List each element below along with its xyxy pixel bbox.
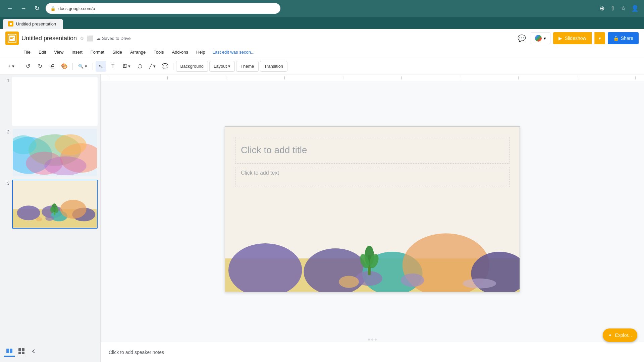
menu-arrange[interactable]: Arrange	[127, 48, 149, 56]
meet-button[interactable]: ▾	[531, 32, 550, 44]
share-page-icon[interactable]: ⇧	[610, 5, 615, 12]
svg-rect-1	[10, 23, 12, 25]
filmstrip-icon	[6, 348, 13, 354]
svg-rect-30	[22, 348, 24, 351]
bookmark-icon[interactable]: ☆	[621, 5, 626, 12]
title-placeholder-text: Click to add title	[241, 145, 307, 156]
text-tool-button[interactable]: T	[108, 61, 118, 72]
star-button[interactable]: ☆	[79, 35, 84, 42]
plus-icon: +	[8, 64, 11, 69]
slide-item-3[interactable]: 3	[3, 180, 98, 228]
ruler-mark: |	[167, 76, 168, 79]
slideshow-dropdown-button[interactable]: ▾	[594, 32, 605, 44]
slide-canvas-area: Click to add title Click to add text	[101, 81, 644, 337]
title-placeholder[interactable]: Click to add title	[235, 137, 509, 164]
image-button[interactable]: 🖼 ▾	[120, 61, 133, 72]
slideshow-button[interactable]: ▶ Slideshow	[553, 32, 592, 44]
svg-point-25	[50, 207, 54, 213]
image-icon: 🖼	[122, 64, 127, 69]
slide-number-1: 1	[3, 77, 9, 83]
line-button[interactable]: ╱ ▾	[147, 61, 158, 72]
grid-icon	[18, 348, 25, 355]
ruler-mark: |	[401, 76, 402, 79]
print-button[interactable]: 🖨	[47, 61, 58, 72]
app-header-top: Untitled presentation ☆ ⬜ ☁ Saved to Dri…	[0, 29, 644, 46]
select-tool-button[interactable]: ↖	[96, 61, 106, 72]
shapes-button[interactable]: ⬡	[135, 61, 145, 72]
menu-view[interactable]: View	[51, 48, 67, 56]
active-tab[interactable]: Untitled presentation	[3, 19, 63, 29]
lock-icon: 🔒	[50, 6, 56, 11]
divider-3	[93, 63, 93, 70]
reload-button[interactable]: ↻	[32, 4, 42, 13]
app-header-right: 💬 ▾ ▶ Slideshow ▾ 🔒 Share	[516, 32, 639, 44]
add-dropdown-icon: ▾	[12, 64, 14, 69]
slide-item-1[interactable]: 1	[3, 77, 98, 126]
toolbar: + ▾ ↺ ↻ 🖨 🎨 🔍 ▾ ↖ T 🖼 ▾ ⬡ ╱ ▾ 💬 Backgrou…	[0, 58, 644, 74]
zoom-button[interactable]: 🔍 ▾	[75, 61, 90, 72]
background-button[interactable]: Background	[176, 61, 208, 72]
menu-slide[interactable]: Slide	[109, 48, 125, 56]
zoom-icon[interactable]: ⊕	[600, 5, 605, 12]
speaker-notes-placeholder[interactable]: Click to add speaker notes	[109, 350, 164, 355]
share-label: Share	[621, 36, 633, 41]
filmstrip-view-button[interactable]	[4, 346, 15, 357]
slides-logo-icon	[8, 34, 16, 43]
menu-addons[interactable]: Add-ons	[169, 48, 192, 56]
menu-format[interactable]: Format	[87, 48, 108, 56]
image-group: 🖼 ▾	[120, 61, 133, 72]
menu-insert[interactable]: Insert	[68, 48, 86, 56]
comments-button[interactable]: 💬	[516, 32, 528, 44]
menu-edit[interactable]: Edit	[35, 48, 49, 56]
explore-button[interactable]: ✦ Explor...	[603, 328, 637, 342]
slide-panel: 1 2	[0, 74, 101, 362]
profile-icon[interactable]: 👤	[631, 5, 639, 12]
add-slide-button[interactable]: + ▾	[5, 61, 17, 72]
undo-button[interactable]: ↺	[23, 61, 34, 72]
slide-item-2[interactable]: 2	[3, 128, 98, 177]
svg-point-42	[463, 278, 496, 288]
slide-number-3: 3	[3, 180, 9, 186]
layout-button[interactable]: Layout ▾	[209, 61, 235, 72]
save-status: ☁ Saved to Drive	[96, 36, 130, 41]
menu-tools[interactable]: Tools	[150, 48, 167, 56]
save-status-text: Saved to Drive	[102, 36, 130, 41]
presentation-title[interactable]: Untitled presentation	[21, 35, 77, 42]
layout-label: Layout	[214, 64, 227, 69]
grid-view-button[interactable]	[16, 346, 27, 357]
text-placeholder-text: Click to add text	[241, 170, 279, 176]
svg-point-41	[401, 273, 424, 287]
redo-button[interactable]: ↻	[35, 61, 46, 72]
svg-point-13	[44, 157, 87, 175]
address-bar[interactable]: 🔒 docs.google.com/p	[46, 3, 280, 14]
cloud-icon: ☁	[96, 36, 101, 41]
svg-rect-27	[6, 349, 9, 353]
slide-thumbnail-2[interactable]	[12, 128, 98, 177]
lock-share-icon: 🔒	[613, 36, 619, 41]
theme-button[interactable]: Theme	[236, 61, 258, 72]
share-button[interactable]: 🔒 Share	[608, 32, 639, 44]
notes-dot	[371, 339, 373, 341]
zoom-group: 🔍 ▾	[75, 61, 90, 72]
collapse-panel-button[interactable]	[28, 346, 39, 357]
comment-inline-button[interactable]: 💬	[160, 61, 170, 72]
menu-help[interactable]: Help	[193, 48, 209, 56]
svg-point-40	[339, 276, 359, 288]
svg-rect-4	[10, 37, 14, 38]
transition-button[interactable]: Transition	[260, 61, 288, 72]
folder-button[interactable]: ⬜	[87, 35, 94, 42]
menu-file[interactable]: File	[20, 48, 34, 56]
slide-thumbnail-3[interactable]	[12, 180, 98, 228]
slide-canvas[interactable]: Click to add title Click to add text	[225, 126, 520, 292]
text-placeholder[interactable]: Click to add text	[235, 167, 509, 187]
forward-button[interactable]: →	[19, 4, 28, 13]
slide-thumbnail-1[interactable]	[12, 77, 98, 126]
image-dropdown: ▾	[128, 64, 130, 69]
divider-2	[72, 63, 73, 70]
last-edit-text[interactable]: Last edit was secon...	[213, 50, 255, 55]
paint-format-button[interactable]: 🎨	[59, 61, 70, 72]
back-button[interactable]: ←	[5, 4, 15, 13]
speaker-notes-area[interactable]: Click to add speaker notes	[101, 342, 644, 362]
svg-rect-32	[22, 352, 24, 354]
app-logo	[5, 32, 19, 45]
